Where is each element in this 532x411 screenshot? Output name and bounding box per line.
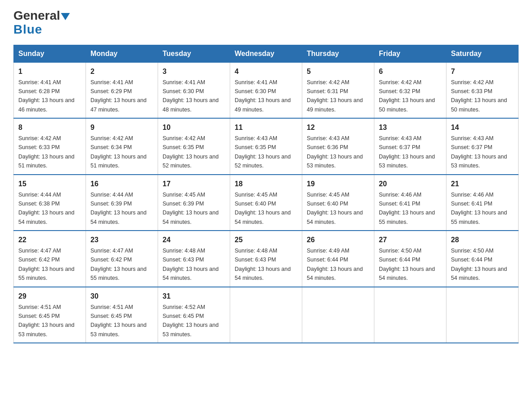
calendar-cell xyxy=(374,287,446,343)
calendar-cell: 2Sunrise: 4:41 AMSunset: 6:29 PMDaylight… xyxy=(86,62,158,118)
day-number: 27 xyxy=(379,235,442,245)
day-number: 21 xyxy=(451,179,514,189)
header: General Blue xyxy=(13,9,519,37)
day-number: 17 xyxy=(163,179,225,189)
calendar-table: SundayMondayTuesdayWednesdayThursdayFrid… xyxy=(13,45,519,344)
calendar-cell: 12Sunrise: 4:43 AMSunset: 6:36 PMDayligh… xyxy=(302,118,374,175)
day-number: 12 xyxy=(307,122,369,133)
calendar-cell: 4Sunrise: 4:41 AMSunset: 6:30 PMDaylight… xyxy=(230,62,302,118)
day-number: 16 xyxy=(90,179,153,189)
day-number: 15 xyxy=(18,179,81,189)
day-number: 2 xyxy=(90,66,153,77)
day-info: Sunrise: 4:43 AMSunset: 6:35 PMDaylight:… xyxy=(235,135,291,169)
day-info: Sunrise: 4:45 AMSunset: 6:40 PMDaylight:… xyxy=(235,192,291,225)
day-info: Sunrise: 4:45 AMSunset: 6:40 PMDaylight:… xyxy=(307,192,363,225)
day-info: Sunrise: 4:41 AMSunset: 6:30 PMDaylight:… xyxy=(163,79,219,113)
weekday-header-wednesday: Wednesday xyxy=(230,45,302,62)
day-number: 4 xyxy=(235,66,297,77)
calendar-cell: 15Sunrise: 4:44 AMSunset: 6:38 PMDayligh… xyxy=(14,175,86,231)
day-number: 10 xyxy=(163,122,225,133)
calendar-cell: 20Sunrise: 4:46 AMSunset: 6:41 PMDayligh… xyxy=(374,175,446,231)
day-info: Sunrise: 4:44 AMSunset: 6:38 PMDaylight:… xyxy=(18,192,74,225)
day-number: 30 xyxy=(90,291,153,302)
day-info: Sunrise: 4:44 AMSunset: 6:39 PMDaylight:… xyxy=(90,192,146,225)
day-info: Sunrise: 4:43 AMSunset: 6:36 PMDaylight:… xyxy=(307,135,363,169)
calendar-cell: 30Sunrise: 4:51 AMSunset: 6:45 PMDayligh… xyxy=(86,287,158,343)
week-row-2: 8Sunrise: 4:42 AMSunset: 6:33 PMDaylight… xyxy=(14,118,519,175)
day-info: Sunrise: 4:50 AMSunset: 6:44 PMDaylight:… xyxy=(451,248,507,281)
logo-general-text: General xyxy=(13,9,70,23)
day-info: Sunrise: 4:42 AMSunset: 6:32 PMDaylight:… xyxy=(379,79,435,113)
day-info: Sunrise: 4:45 AMSunset: 6:39 PMDaylight:… xyxy=(163,192,219,225)
logo-word-blue: Blue xyxy=(13,23,70,37)
day-info: Sunrise: 4:42 AMSunset: 6:33 PMDaylight:… xyxy=(18,135,74,169)
day-number: 7 xyxy=(451,66,514,77)
calendar-cell: 26Sunrise: 4:49 AMSunset: 6:44 PMDayligh… xyxy=(302,231,374,287)
day-info: Sunrise: 4:47 AMSunset: 6:42 PMDaylight:… xyxy=(18,248,74,281)
calendar-cell: 21Sunrise: 4:46 AMSunset: 6:41 PMDayligh… xyxy=(446,175,519,231)
day-number: 25 xyxy=(235,235,297,245)
day-number: 31 xyxy=(163,291,225,302)
day-number: 5 xyxy=(307,66,369,77)
calendar-cell: 18Sunrise: 4:45 AMSunset: 6:40 PMDayligh… xyxy=(230,175,302,231)
day-number: 26 xyxy=(307,235,369,245)
calendar-cell: 14Sunrise: 4:43 AMSunset: 6:37 PMDayligh… xyxy=(446,118,519,175)
calendar-cell xyxy=(446,287,519,343)
week-row-1: 1Sunrise: 4:41 AMSunset: 6:28 PMDaylight… xyxy=(14,62,519,118)
logo-triangle-icon xyxy=(61,13,70,20)
day-number: 19 xyxy=(307,179,369,189)
day-info: Sunrise: 4:42 AMSunset: 6:35 PMDaylight:… xyxy=(163,135,219,169)
logo-word-general: General xyxy=(13,9,60,23)
calendar-cell: 9Sunrise: 4:42 AMSunset: 6:34 PMDaylight… xyxy=(86,118,158,175)
day-info: Sunrise: 4:43 AMSunset: 6:37 PMDaylight:… xyxy=(451,135,507,169)
weekday-header-monday: Monday xyxy=(86,45,158,62)
day-number: 24 xyxy=(163,235,225,245)
day-info: Sunrise: 4:43 AMSunset: 6:37 PMDaylight:… xyxy=(379,135,435,169)
day-info: Sunrise: 4:41 AMSunset: 6:28 PMDaylight:… xyxy=(18,79,74,113)
day-number: 3 xyxy=(163,66,225,77)
day-info: Sunrise: 4:50 AMSunset: 6:44 PMDaylight:… xyxy=(379,248,435,281)
calendar-cell: 24Sunrise: 4:48 AMSunset: 6:43 PMDayligh… xyxy=(158,231,230,287)
calendar-cell: 3Sunrise: 4:41 AMSunset: 6:30 PMDaylight… xyxy=(158,62,230,118)
calendar-cell: 28Sunrise: 4:50 AMSunset: 6:44 PMDayligh… xyxy=(446,231,519,287)
calendar-cell: 25Sunrise: 4:48 AMSunset: 6:43 PMDayligh… xyxy=(230,231,302,287)
day-number: 23 xyxy=(90,235,153,245)
week-row-3: 15Sunrise: 4:44 AMSunset: 6:38 PMDayligh… xyxy=(14,175,519,231)
day-number: 14 xyxy=(451,122,514,133)
calendar-cell xyxy=(302,287,374,343)
calendar-cell: 27Sunrise: 4:50 AMSunset: 6:44 PMDayligh… xyxy=(374,231,446,287)
day-number: 29 xyxy=(18,291,81,302)
day-number: 28 xyxy=(451,235,514,245)
calendar-cell: 6Sunrise: 4:42 AMSunset: 6:32 PMDaylight… xyxy=(374,62,446,118)
calendar-cell: 22Sunrise: 4:47 AMSunset: 6:42 PMDayligh… xyxy=(14,231,86,287)
logo: General Blue xyxy=(13,9,70,37)
weekday-header-sunday: Sunday xyxy=(14,45,86,62)
calendar-cell: 31Sunrise: 4:52 AMSunset: 6:45 PMDayligh… xyxy=(158,287,230,343)
day-info: Sunrise: 4:41 AMSunset: 6:30 PMDaylight:… xyxy=(235,79,291,113)
day-info: Sunrise: 4:42 AMSunset: 6:34 PMDaylight:… xyxy=(90,135,146,169)
day-info: Sunrise: 4:46 AMSunset: 6:41 PMDaylight:… xyxy=(451,192,507,225)
calendar-cell: 7Sunrise: 4:42 AMSunset: 6:33 PMDaylight… xyxy=(446,62,519,118)
calendar-cell: 1Sunrise: 4:41 AMSunset: 6:28 PMDaylight… xyxy=(14,62,86,118)
day-info: Sunrise: 4:46 AMSunset: 6:41 PMDaylight:… xyxy=(379,192,435,225)
day-number: 8 xyxy=(18,122,81,133)
calendar-cell: 11Sunrise: 4:43 AMSunset: 6:35 PMDayligh… xyxy=(230,118,302,175)
weekday-header-row: SundayMondayTuesdayWednesdayThursdayFrid… xyxy=(14,45,519,62)
day-info: Sunrise: 4:51 AMSunset: 6:45 PMDaylight:… xyxy=(18,304,74,338)
day-info: Sunrise: 4:48 AMSunset: 6:43 PMDaylight:… xyxy=(235,248,291,281)
day-number: 1 xyxy=(18,66,81,77)
weekday-header-tuesday: Tuesday xyxy=(158,45,230,62)
calendar-cell: 17Sunrise: 4:45 AMSunset: 6:39 PMDayligh… xyxy=(158,175,230,231)
day-info: Sunrise: 4:42 AMSunset: 6:33 PMDaylight:… xyxy=(451,79,507,113)
day-info: Sunrise: 4:49 AMSunset: 6:44 PMDaylight:… xyxy=(307,248,363,281)
day-number: 6 xyxy=(379,66,442,77)
week-row-5: 29Sunrise: 4:51 AMSunset: 6:45 PMDayligh… xyxy=(14,287,519,343)
week-row-4: 22Sunrise: 4:47 AMSunset: 6:42 PMDayligh… xyxy=(14,231,519,287)
day-info: Sunrise: 4:52 AMSunset: 6:45 PMDaylight:… xyxy=(163,304,219,338)
calendar-cell xyxy=(230,287,302,343)
day-number: 9 xyxy=(90,122,153,133)
calendar-cell: 23Sunrise: 4:47 AMSunset: 6:42 PMDayligh… xyxy=(86,231,158,287)
calendar-cell: 5Sunrise: 4:42 AMSunset: 6:31 PMDaylight… xyxy=(302,62,374,118)
day-number: 18 xyxy=(235,179,297,189)
calendar-cell: 16Sunrise: 4:44 AMSunset: 6:39 PMDayligh… xyxy=(86,175,158,231)
